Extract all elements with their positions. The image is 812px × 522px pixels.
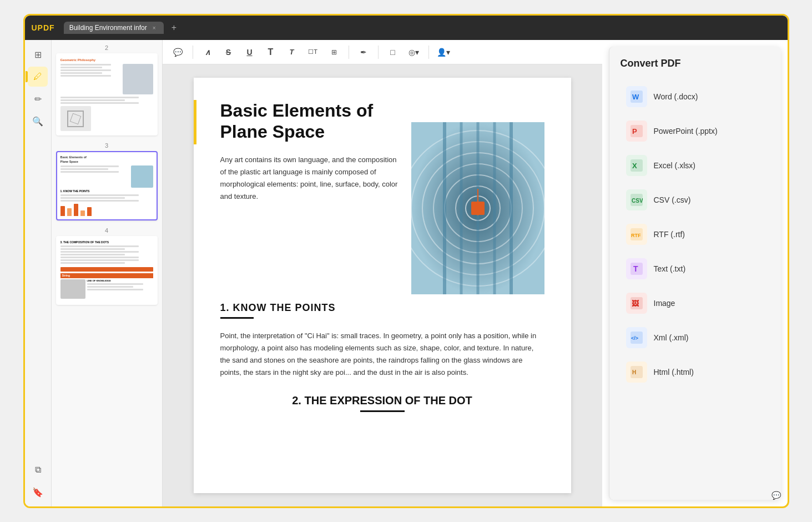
convert-panel-title: Convert PDF (621, 58, 770, 69)
rtf-label: RTF (.rtf) (654, 230, 685, 239)
toolbar-sep-4 (428, 46, 429, 59)
thumb-box-2[interactable]: Geometric Philosophy (56, 53, 158, 135)
csv-label: CSV (.csv) (654, 195, 691, 204)
table-toolbar-btn[interactable]: ⊞ (325, 43, 343, 61)
xml-label: Xml (.xml) (654, 333, 689, 342)
xml-icon: </> (626, 327, 647, 348)
html-label: Html (.html) (654, 368, 694, 377)
pdf-section2-title: 2. THE EXPRESSION OF THE DOT (220, 394, 544, 407)
image-label: Image (654, 299, 675, 308)
svg-text:RTF: RTF (631, 233, 641, 238)
text-toolbar-btn[interactable]: T (262, 43, 280, 61)
pdf-heading: Basic Elements ofPlane Space (220, 100, 400, 143)
svg-text:W: W (632, 93, 639, 101)
person-toolbar-btn[interactable]: 👤▾ (435, 43, 452, 61)
convert-text-item[interactable]: T Text (.txt) (621, 252, 770, 286)
stamp-toolbar-btn[interactable]: ◎▾ (405, 43, 423, 61)
toolbar: 💬 ∧ S U T T ☐T ⊞ ✒ □ ◎▾ 👤▾ (163, 40, 602, 64)
toolbar-sep-1 (193, 46, 193, 59)
excel-label: Excel (.xlsx) (654, 161, 695, 170)
text-label: Text (.txt) (654, 264, 686, 273)
active-tab[interactable]: Building Environment infor × (64, 22, 164, 34)
thumbnail-page-3[interactable]: 3 Basic Elements ofPlane Space 1. (56, 142, 158, 220)
convert-html-item[interactable]: H Html (.html) (621, 355, 770, 389)
convert-pdf-panel: Convert PDF W Word (.docx) P PowerPoint … (609, 47, 781, 500)
pdf-accent-bar (194, 100, 196, 144)
text-icon: T (626, 258, 647, 279)
rtf-icon: RTF (626, 224, 647, 245)
pdf-section1-title: 1. KNOW THE POINTS (220, 302, 544, 314)
thumb-label-4: 4 (56, 227, 158, 234)
strikethrough-toolbar-btn[interactable]: S (220, 43, 238, 61)
sidebar-icon-bookmark[interactable]: 🔖 (28, 482, 48, 502)
svg-text:T: T (633, 264, 638, 273)
sidebar-icon-thumbnail[interactable]: ⊞ (28, 44, 48, 64)
svg-text:CSV: CSV (632, 198, 643, 204)
convert-word-item[interactable]: W Word (.docx) (621, 79, 770, 114)
toolbar-area: 💬 ∧ S U T T ☐T ⊞ ✒ □ ◎▾ 👤▾ (163, 40, 602, 506)
word-label: Word (.docx) (654, 92, 698, 101)
title-bar: UPDF Building Environment infor × + (25, 16, 788, 40)
tab-title: Building Environment infor (69, 24, 147, 32)
pdf-section1-underline (220, 317, 254, 319)
pdf-body-text: Any art contains its own language, and t… (220, 154, 400, 203)
pdf-section2-underline (360, 410, 405, 412)
main-area: ⊞ 🖊 ✏ 🔍 ⧉ 🔖 2 Geometric Philosophy (25, 40, 788, 506)
thumb-label-2: 2 (56, 44, 158, 51)
pdf-page: Basic Elements ofPlane Space Any art con… (194, 78, 571, 493)
sidebar-icon-layers[interactable]: ⧉ (28, 460, 48, 480)
pencil-toolbar-btn[interactable]: ∧ (199, 43, 216, 61)
svg-text:X: X (632, 162, 637, 170)
convert-csv-item[interactable]: CSV CSV (.csv) (621, 183, 770, 217)
html-icon: H (626, 362, 647, 383)
thumb-box-4[interactable]: 3. THE COMPOSITION OF THE DOTS String (56, 236, 158, 305)
pdf-section2: 2. THE EXPRESSION OF THE DOT (220, 394, 544, 412)
highlight-icon: 🖊 (33, 72, 42, 82)
thumb-box-3[interactable]: Basic Elements ofPlane Space 1. KNOW THE… (56, 151, 158, 220)
thumbnail-page-2[interactable]: 2 Geometric Philosophy (56, 44, 158, 135)
tab-close-btn[interactable]: × (150, 24, 158, 32)
new-tab-btn[interactable]: + (168, 23, 180, 33)
svg-text:H: H (632, 369, 636, 375)
svg-text:P: P (632, 127, 637, 135)
convert-image-item[interactable]: 🖼 Image (621, 286, 770, 320)
csv-icon: CSV (626, 189, 647, 210)
thumbnail-page-4[interactable]: 4 3. THE COMPOSITION OF THE DOTS String (56, 227, 158, 305)
sidebar-icon-highlight[interactable]: 🖊 (28, 67, 48, 87)
sidebar-icon-comment[interactable]: ✏ (28, 89, 48, 109)
left-sidebar: ⊞ 🖊 ✏ 🔍 ⧉ 🔖 (25, 40, 52, 506)
pdf-layout-row: Basic Elements ofPlane Space Any art con… (220, 100, 544, 289)
pen-toolbar-btn[interactable]: ✒ (355, 43, 372, 61)
svg-text:</>: </> (631, 335, 638, 341)
ppt-icon: P (626, 121, 647, 142)
underline-toolbar-btn[interactable]: U (241, 43, 259, 61)
convert-excel-item[interactable]: X Excel (.xlsx) (621, 148, 770, 183)
thumb-label-3: 3 (56, 142, 158, 149)
ppt-label: PowerPoint (.pptx) (654, 127, 718, 135)
toolbar-sep-3 (378, 46, 379, 59)
text2-toolbar-btn[interactable]: T (283, 43, 301, 61)
convert-xml-item[interactable]: </> Xml (.xml) (621, 320, 770, 355)
pdf-section1: 1. KNOW THE POINTS Point, the interpreta… (220, 302, 544, 379)
image-icon: 🖼 (626, 293, 647, 314)
word-icon: W (626, 86, 647, 107)
app-window: UPDF Building Environment infor × + ⊞ 🖊 … (23, 14, 789, 508)
bottom-chat-btn[interactable]: 💬 (771, 491, 781, 500)
textbox-toolbar-btn[interactable]: ☐T (304, 43, 322, 61)
comment-toolbar-btn[interactable]: 💬 (169, 43, 187, 61)
svg-text:🖼: 🖼 (632, 299, 639, 308)
pdf-viewer: Basic Elements ofPlane Space Any art con… (163, 64, 602, 506)
pdf-header-image (411, 122, 544, 294)
sidebar-icon-search[interactable]: 🔍 (28, 111, 48, 131)
thumbnails-panel: 2 Geometric Philosophy (52, 40, 163, 506)
shape-toolbar-btn[interactable]: □ (384, 43, 402, 61)
pdf-section1-body: Point, the interpretation of "Ci Hai" is… (220, 330, 544, 379)
app-logo: UPDF (32, 23, 55, 32)
convert-ppt-item[interactable]: P PowerPoint (.pptx) (621, 114, 770, 148)
convert-rtf-item[interactable]: RTF RTF (.rtf) (621, 217, 770, 252)
toolbar-sep-2 (349, 46, 349, 59)
excel-icon: X (626, 155, 647, 176)
